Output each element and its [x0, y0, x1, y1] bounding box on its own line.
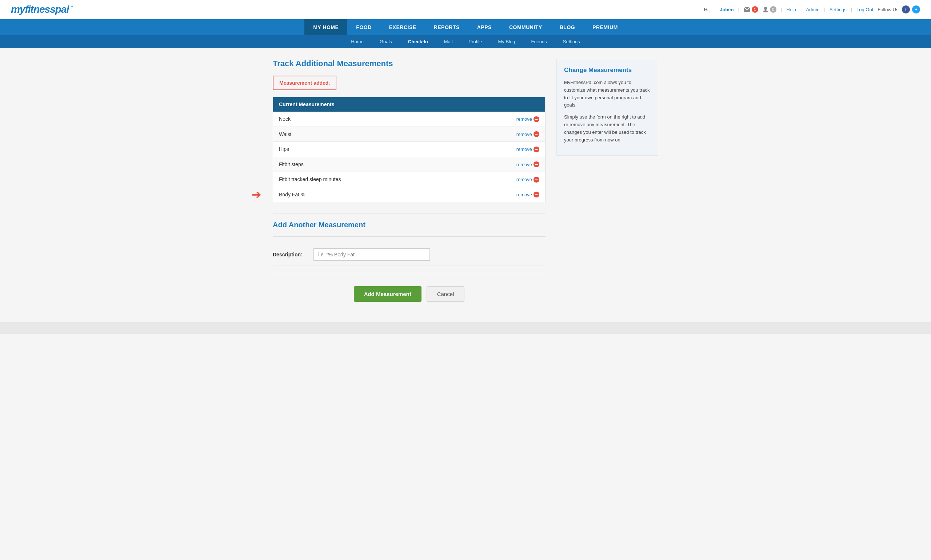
- remove-icon: −: [534, 131, 539, 137]
- mail-icon: [744, 7, 750, 12]
- remove-label: remove: [516, 146, 532, 152]
- remove-cell: remove−: [458, 126, 545, 142]
- sub-nav-profile[interactable]: Profile: [461, 35, 490, 48]
- sub-nav-home[interactable]: Home: [343, 35, 372, 48]
- nav-item-exercise[interactable]: EXERCISE: [380, 19, 425, 35]
- mail-count-badge: 1: [752, 6, 758, 13]
- remove-cell: remove−: [458, 157, 545, 172]
- facebook-icon[interactable]: f: [902, 5, 910, 14]
- remove-icon: −: [534, 192, 539, 197]
- separator4: |: [824, 7, 825, 12]
- action-header: [458, 97, 545, 112]
- remove-link[interactable]: remove−: [516, 131, 539, 137]
- admin-link[interactable]: Admin: [806, 7, 819, 12]
- remove-cell: remove−: [458, 142, 545, 157]
- page-title: Track Additional Measurements: [273, 59, 546, 68]
- logo-trademark: ™: [69, 5, 73, 10]
- measurement-name: Waist: [273, 126, 458, 142]
- main-content: Track Additional Measurements Measuremen…: [265, 59, 666, 308]
- greeting-text: Hi,: [704, 7, 710, 12]
- description-form-row: Description:: [273, 244, 546, 265]
- remove-label: remove: [516, 132, 532, 137]
- logo-text: myfitnesspal: [11, 4, 69, 15]
- nav-item-apps[interactable]: APPS: [468, 19, 500, 35]
- separator5: |: [851, 7, 852, 12]
- remove-label: remove: [516, 162, 532, 167]
- remove-cell: remove−: [458, 187, 545, 202]
- twitter-icon[interactable]: ✦: [912, 5, 920, 14]
- follow-us: Follow Us: f ✦: [877, 5, 920, 14]
- arrow-indicator: ➔: [252, 188, 262, 202]
- notification-count-badge: 0: [770, 6, 776, 13]
- svg-point-1: [764, 7, 767, 10]
- sub-nav-goals[interactable]: Goals: [372, 35, 400, 48]
- section-divider2: [273, 236, 546, 237]
- nav-item-community[interactable]: COMMUNITY: [500, 19, 551, 35]
- logout-link[interactable]: Log Out: [856, 7, 873, 12]
- mail-badge[interactable]: 1: [744, 6, 758, 13]
- table-row: ➔Body Fat %remove−: [273, 187, 546, 202]
- sidebar-paragraph2: Simply use the form on the right to add …: [564, 114, 651, 144]
- table-row: Hipsremove−: [273, 142, 546, 157]
- follow-us-label: Follow Us:: [877, 7, 900, 12]
- top-bar: myfitnesspal™ Hi, Joben | 1 0 | Help | A…: [0, 0, 931, 19]
- remove-icon: −: [534, 177, 539, 183]
- separator: |: [738, 7, 739, 12]
- sidebar-box: Change Measurements MyFitnessPal.com all…: [556, 59, 658, 155]
- sub-nav-my-blog[interactable]: My Blog: [490, 35, 523, 48]
- description-input[interactable]: [314, 248, 430, 261]
- nav-item-food[interactable]: FOOD: [347, 19, 380, 35]
- nav-item-my-home[interactable]: MY HOME: [305, 19, 347, 35]
- primary-nav: MY HOME FOOD EXERCISE REPORTS APPS COMMU…: [0, 19, 931, 35]
- remove-cell: remove−: [458, 172, 545, 187]
- notification-badge[interactable]: 0: [763, 6, 776, 13]
- measurement-name: Fitbit steps: [273, 157, 458, 172]
- secondary-nav: Home Goals Check-In Mail Profile My Blog…: [0, 35, 931, 48]
- table-row: Neckremove−: [273, 112, 546, 126]
- sub-nav-friends[interactable]: Friends: [523, 35, 555, 48]
- separator2: |: [781, 7, 782, 12]
- footer: [0, 322, 931, 334]
- table-header-row: Current Measurements: [273, 97, 546, 112]
- remove-icon: −: [534, 162, 539, 167]
- sidebar-title: Change Measurements: [564, 66, 651, 74]
- measurements-body: Neckremove−Waistremove−Hipsremove−Fitbit…: [273, 112, 546, 202]
- remove-link[interactable]: remove−: [516, 116, 539, 122]
- remove-link[interactable]: remove−: [516, 146, 539, 152]
- separator3: |: [800, 7, 802, 12]
- right-section: Change Measurements MyFitnessPal.com all…: [556, 59, 658, 308]
- nav-item-reports[interactable]: REPORTS: [425, 19, 468, 35]
- settings-link[interactable]: Settings: [829, 7, 846, 12]
- table-row: Waistremove−: [273, 126, 546, 142]
- remove-label: remove: [516, 116, 532, 122]
- nav-item-premium[interactable]: PREMIUM: [584, 19, 626, 35]
- remove-link[interactable]: remove−: [516, 177, 539, 183]
- section-divider3: [273, 273, 546, 273]
- add-measurement-button[interactable]: Add Measurement: [354, 286, 422, 302]
- remove-link[interactable]: remove−: [516, 162, 539, 167]
- measurement-name: ➔Body Fat %: [273, 187, 458, 202]
- measurements-table: Current Measurements Neckremove−Waistrem…: [273, 97, 546, 202]
- measurement-name: Hips: [273, 142, 458, 157]
- top-right-nav: Hi, Joben | 1 0 | Help | Admin | Setting…: [704, 5, 920, 14]
- alert-box: Measurement added.: [273, 75, 336, 90]
- remove-icon: −: [534, 116, 539, 122]
- nav-item-blog[interactable]: BLOG: [551, 19, 584, 35]
- table-row: Fitbit tracked sleep minutesremove−: [273, 172, 546, 187]
- username: Joben: [720, 7, 734, 12]
- cancel-button[interactable]: Cancel: [426, 286, 465, 302]
- current-measurements-header: Current Measurements: [273, 97, 458, 112]
- measurement-name: Fitbit tracked sleep minutes: [273, 172, 458, 187]
- remove-icon: −: [534, 146, 539, 152]
- sub-nav-mail[interactable]: Mail: [436, 35, 461, 48]
- sub-nav-check-in[interactable]: Check-In: [400, 35, 436, 48]
- table-row: Fitbit stepsremove−: [273, 157, 546, 172]
- remove-cell: remove−: [458, 112, 545, 126]
- help-link[interactable]: Help: [786, 7, 796, 12]
- remove-link[interactable]: remove−: [516, 192, 539, 197]
- sub-nav-settings[interactable]: Settings: [555, 35, 588, 48]
- logo: myfitnesspal™: [11, 4, 73, 15]
- measurement-name: Neck: [273, 112, 458, 126]
- sidebar-paragraph1: MyFitnessPal.com allows you to customize…: [564, 79, 651, 109]
- description-label: Description:: [273, 252, 309, 257]
